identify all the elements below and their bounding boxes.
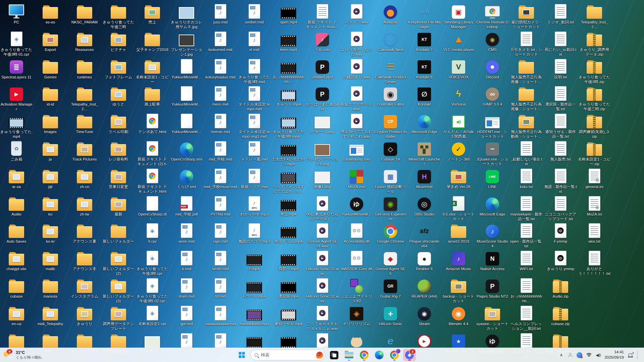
desktop-icon[interactable]: アナウンス夏 [68, 222, 101, 249]
desktop-icon[interactable]: YukkuriMovieM… [170, 85, 203, 112]
desktop-icon[interactable]: ヘッドフォンはずしててよかっt.mp4 [272, 167, 305, 194]
desktop-icon[interactable]: LINELINE [476, 167, 508, 194]
start-button[interactable] [235, 349, 248, 361]
desktop-icon[interactable]: chatgpt-site [0, 249, 33, 276]
desktop-icon[interactable]: ◉Steam [408, 304, 440, 331]
desktop-icon[interactable]: 万引きメモ.txt - ショートカット [510, 30, 542, 57]
taskbar-file-explorer[interactable] [343, 349, 356, 361]
desktop-icon[interactable]: だれだFXいれたやつ.mp4 [272, 140, 305, 167]
desktop-icon[interactable]: おっhhhhhhhhhhhhh… [510, 277, 542, 304]
desktop-icon[interactable]: くらび.xml [170, 167, 203, 194]
desktop-icon[interactable]: ☻Discord [476, 58, 508, 84]
tray-chevron-up-icon[interactable]: ∧ [558, 349, 564, 361]
desktop-icon[interactable]: Export [34, 30, 66, 57]
desktop-icon[interactable]: id-id [34, 85, 66, 112]
desktop-icon[interactable]: 調声練習(失敗)_3.zip [578, 112, 610, 139]
desktop-icon[interactable]: ⚙general.ini [578, 167, 610, 194]
desktop-icon[interactable]: CPCrypton Product Installer [374, 112, 407, 139]
desktop-icon[interactable]: ♪kiokumed.mid [204, 30, 236, 57]
desktop-icon[interactable]: F.mp4 [238, 249, 270, 276]
desktop-icon[interactable]: ♪aorin.mid [170, 222, 203, 249]
desktop-icon[interactable]: NKSC_PARAM [68, 3, 101, 29]
tray-person-icon[interactable] [568, 349, 573, 361]
desktop-icon[interactable]: ◉CMS [476, 30, 508, 57]
desktop-icon[interactable]: ♪タイトル未設定.tempo.mid [238, 85, 270, 112]
taskbar-chrome-2[interactable] [388, 349, 401, 361]
desktop-icon[interactable]: ko-kr [34, 222, 66, 249]
desktop-icon[interactable]: ♪kotusytuaaus.mid [204, 58, 236, 84]
desktop-icon[interactable]: ⚙MoZA.ini [578, 195, 610, 222]
desktop-icon[interactable]: ≣SpectraLayers 11 [0, 58, 33, 84]
desktop-icon[interactable]: ♪jusu.mid [204, 3, 236, 29]
desktop-icon[interactable]: ♪umibet.mid [238, 3, 270, 29]
desktop-icon[interactable]: 無題 - 親作品一覧.txt [544, 167, 577, 194]
desktop-icon[interactable]: 筆まめ Ver.28 [442, 167, 475, 194]
desktop-icon[interactable]: こってゅｈｄすおｆｄｓｂふぉ.wav [306, 304, 338, 331]
desktop-icon[interactable]: ♪uaaaaaaaaaa.mid [204, 304, 236, 331]
desktop-icon[interactable]: syasinn - ショートカット [476, 304, 508, 331]
desktop-icon[interactable]: ◈きゅうり食ってた午後3時.cpr [136, 249, 168, 276]
desktop-icon[interactable]: manisekarin - 親作品一覧.txt [510, 195, 542, 222]
desktop-icon[interactable]: ♪mid_学校.mid [204, 140, 236, 167]
desktop-icon[interactable]: KTKontakt 8 [408, 58, 440, 84]
desktop-icon[interactable]: ♪タイトル未設定.tempo.orig1.mid [238, 112, 270, 139]
desktop-icon[interactable]: sfzPlogue sforzando x64 [408, 222, 440, 249]
desktop-icon[interactable]: きゅうり食ってた午後3時.mp4 [272, 112, 305, 139]
desktop-icon[interactable]: YukkuriMovieM… [170, 112, 203, 139]
desktop-icon[interactable]: 最新 [102, 195, 135, 222]
taskbar-clock[interactable]: 14:41 2025/09/19 [604, 350, 624, 360]
desktop-icon[interactable]: jijii [34, 167, 66, 194]
desktop-icon[interactable]: 家の防犯カメラ - ショートカット [510, 3, 542, 29]
desktop-icon[interactable]: ヘルスコンプレッション__歌詞.txt [510, 304, 542, 331]
desktop-icon[interactable]: ılıılıKeepforest File Manager [408, 3, 440, 29]
desktop-icon[interactable]: よりうるさくなった.wav [340, 30, 373, 57]
desktop-icon[interactable]: +HALion Sonic [374, 304, 407, 331]
desktop-icon[interactable]: open.mp4 [272, 3, 305, 29]
desktop-icon[interactable]: Pおーばーまにあ.ppsf [306, 85, 338, 112]
taskbar-chrome-1[interactable] [358, 349, 371, 361]
wifi-icon[interactable] [586, 349, 592, 361]
desktop-icon[interactable]: manisekarin.mp4 [238, 304, 270, 331]
notification-bell-icon[interactable]: z [628, 349, 633, 361]
desktop-icon[interactable]: インスタグラム [68, 277, 101, 304]
desktop-icon[interactable]: ◆Groove Agent SE 5 [374, 249, 407, 276]
desktop-icon[interactable]: Microsoft Edge [476, 195, 508, 222]
desktop-icon[interactable]: Images [34, 112, 66, 139]
desktop-icon[interactable]: HALion Sonic 02.wav [306, 277, 338, 304]
desktop-icon[interactable]: ♪td.mid [204, 277, 236, 304]
desktop-icon[interactable]: ♪メドレー風.mid [238, 140, 270, 167]
desktop-icon[interactable]: 通知うぜえ - 親作品一覧.txt [544, 112, 577, 139]
desktop-icon[interactable]: ▦Epson 接続診断ツール [374, 167, 407, 194]
desktop-icon[interactable]: Telepathy_Inst_2… [68, 85, 101, 112]
desktop-icon[interactable]: プレゼンテーション1.jpg [170, 30, 203, 57]
desktop-icon[interactable]: ∅Kontakt [408, 85, 440, 112]
desktop-icon[interactable]: OpenCvSharp.dll… [136, 195, 168, 222]
desktop-icon[interactable]: きゅうり_調声用データ.zip [578, 30, 610, 57]
desktop-icon[interactable]: プレゼンテーション1.png [306, 140, 338, 167]
desktop-icon[interactable]: テンポあて.html [136, 112, 168, 139]
desktop-icon[interactable]: 無人販売不正行為画像 - ショートカット [510, 85, 542, 112]
desktop-icon[interactable]: 答え知っててもむずいわこれ.wav [340, 112, 373, 139]
desktop-icon[interactable]: 井上.mp4 [272, 195, 305, 222]
desktop-icon[interactable]: ◉GeForce Experience [374, 195, 407, 222]
desktop-icon[interactable]: ♪dram.mid [170, 277, 203, 304]
desktop-icon[interactable]: OpenCvSharp.xml [170, 140, 203, 167]
desktop-icon[interactable]: ◉Blender 4.4 [442, 304, 475, 331]
desktop-icon[interactable]: 選択肢.mp4 [272, 277, 305, 304]
desktop-icon[interactable]: backup - ショートカット [442, 277, 475, 304]
desktop-icon[interactable]: ◇Cubase 14 [374, 140, 407, 167]
desktop-icon[interactable]: きゅうり食ってた午後3時.zip [578, 58, 610, 84]
tray-app-icon[interactable] [577, 349, 582, 361]
desktop-icon[interactable]: TimeTune [68, 112, 101, 139]
taskbar-discord[interactable]: ☻ 3 [403, 349, 416, 361]
desktop-icon[interactable]: きゅうり食ってた午後三時 [102, 3, 135, 29]
weather-widget[interactable]: 9 31°C くもり時々晴れ [3, 348, 42, 362]
desktop-icon[interactable]: ▣Steinberg Library Manager [442, 3, 475, 29]
desktop-icon[interactable]: zh-tw [68, 195, 101, 222]
desktop-icon[interactable]: 名称未設定1 - コピー [136, 58, 168, 84]
desktop-icon[interactable]: ◈きゅうり食ってた午後3時-02.cpr [136, 277, 168, 304]
taskbar-search[interactable]: 検索 [251, 350, 325, 360]
desktop-icon[interactable]: Cakewalk Next [374, 30, 407, 57]
desktop-icon[interactable]: ♪MuseScore Studio 4 [476, 222, 508, 249]
desktop-icon[interactable]: 無人販売不正行為画像 - ショートカツ… [510, 58, 542, 84]
